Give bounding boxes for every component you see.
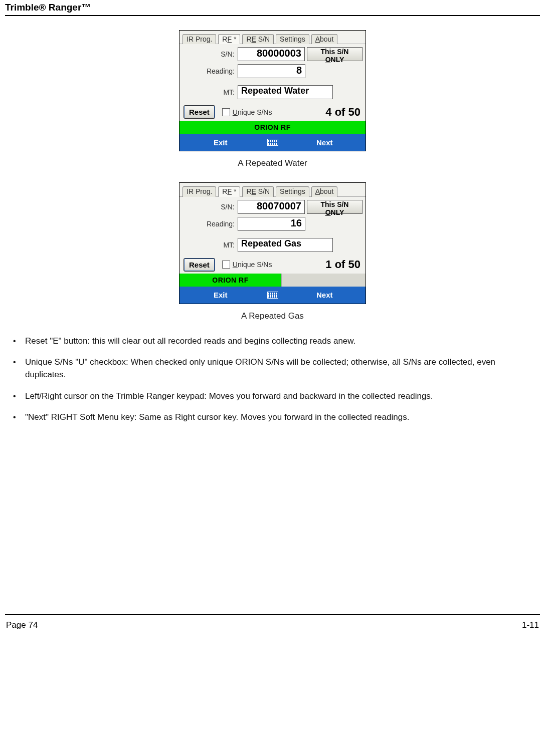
- keyboard-icon: [267, 139, 278, 146]
- this-sn-only-button[interactable]: This S/N ONLY: [307, 200, 362, 214]
- tab-re-sn[interactable]: RE S/N: [242, 34, 274, 44]
- keyboard-icon: [267, 292, 278, 299]
- list-item: Left/Right cursor on the Trimble Ranger …: [7, 390, 538, 403]
- label-mt: MT:: [183, 88, 238, 96]
- tab-rf[interactable]: RF *: [218, 34, 240, 44]
- soft-key-bar: Exit Next: [179, 287, 366, 304]
- caption-water: A Repeated Water: [238, 158, 307, 168]
- bullet-list: Reset "E" button: this will clear out al…: [5, 335, 540, 424]
- page-header: Trimble® Ranger™: [5, 2, 540, 15]
- tab-settings[interactable]: Settings: [276, 34, 309, 44]
- tab-about[interactable]: About: [311, 186, 338, 196]
- this-sn-only-button[interactable]: This S/N ONLY: [307, 47, 362, 61]
- reset-button[interactable]: Reset: [184, 258, 215, 272]
- orion-status-label: ORION RF: [179, 121, 366, 134]
- screenshot-water: IR Prog. RF * RE S/N Settings About S/N:…: [179, 30, 366, 151]
- tab-settings[interactable]: Settings: [276, 186, 309, 196]
- orion-status-label: ORION RF: [179, 274, 282, 287]
- unique-sns-checkbox[interactable]: Unique S/Ns: [222, 108, 272, 116]
- label-reading: Reading:: [183, 67, 238, 75]
- softkey-next[interactable]: Next: [284, 138, 366, 147]
- softkey-keyboard[interactable]: [262, 139, 284, 146]
- footer-page-right: 1-11: [522, 620, 539, 630]
- screenshot-gas: IR Prog. RF * RE S/N Settings About S/N:…: [179, 182, 366, 304]
- mt-input[interactable]: Repeated Water: [238, 85, 333, 99]
- sn-input[interactable]: 80000003: [238, 47, 305, 61]
- tab-rf[interactable]: RF *: [218, 186, 240, 196]
- checkbox-icon: [222, 108, 230, 116]
- list-item: "Next" RIGHT Soft Menu key: Same as Righ…: [7, 411, 538, 424]
- label-sn: S/N:: [183, 203, 238, 211]
- softkey-exit[interactable]: Exit: [179, 138, 262, 147]
- orion-status-bar: ORION RF: [179, 274, 366, 287]
- sn-input[interactable]: 80070007: [238, 200, 305, 214]
- header-rule: [5, 15, 540, 16]
- reading-input[interactable]: 8: [238, 64, 305, 78]
- footer-page-left: Page 74: [6, 620, 38, 630]
- record-counter: 4 of 50: [325, 106, 361, 119]
- list-item: Reset "E" button: this will clear out al…: [7, 335, 538, 348]
- orion-status-bar: ORION RF: [179, 121, 366, 134]
- reading-input[interactable]: 16: [238, 217, 305, 231]
- softkey-keyboard[interactable]: [262, 292, 284, 299]
- tab-about[interactable]: About: [311, 34, 338, 44]
- softkey-next[interactable]: Next: [284, 291, 366, 299]
- unique-sns-checkbox[interactable]: Unique S/Ns: [222, 261, 272, 269]
- record-counter: 1 of 50: [325, 258, 361, 271]
- checkbox-icon: [222, 261, 230, 269]
- softkey-exit[interactable]: Exit: [179, 291, 262, 299]
- label-mt: MT:: [183, 241, 238, 249]
- tab-re-sn[interactable]: RE S/N: [242, 186, 274, 196]
- tab-ir-prog[interactable]: IR Prog.: [183, 34, 216, 44]
- mt-input[interactable]: Repeated Gas: [238, 238, 333, 252]
- list-item: Unique S/Ns "U" checkbox: When checked o…: [7, 356, 538, 381]
- tab-strip: IR Prog. RF * RE S/N Settings About: [179, 183, 366, 196]
- label-sn: S/N:: [183, 50, 238, 58]
- reset-button[interactable]: Reset: [184, 105, 215, 119]
- tab-ir-prog[interactable]: IR Prog.: [183, 186, 216, 196]
- caption-gas: A Repeated Gas: [241, 311, 304, 321]
- soft-key-bar: Exit Next: [179, 134, 366, 151]
- label-reading: Reading:: [183, 220, 238, 228]
- tab-strip: IR Prog. RF * RE S/N Settings About: [179, 31, 366, 44]
